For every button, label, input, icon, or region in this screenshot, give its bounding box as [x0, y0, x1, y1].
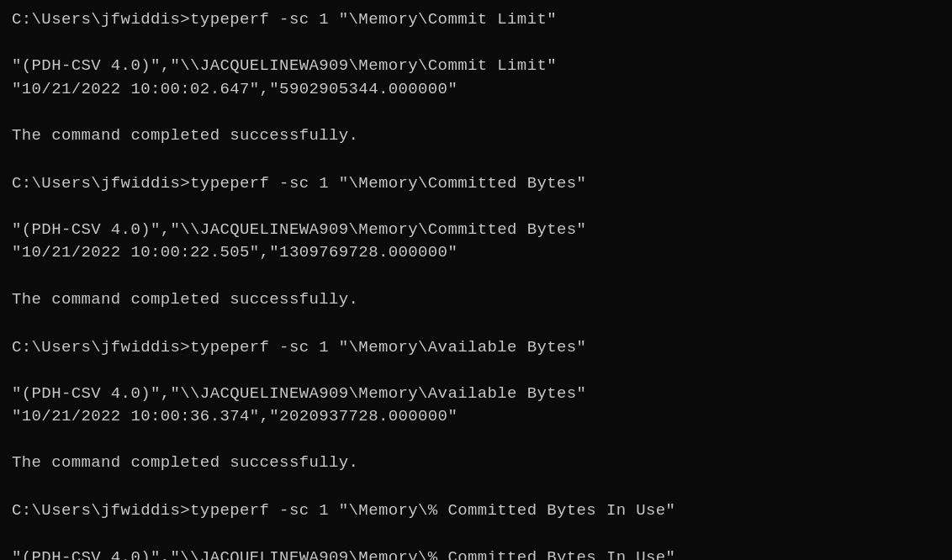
terminal-line: C:\Users\jfwiddis>typeperf -sc 1 "\Memor… — [12, 336, 940, 360]
blank-line — [12, 265, 940, 288]
terminal-line: "10/21/2022 10:00:02.647","5902905344.00… — [12, 78, 940, 102]
terminal-line: The command completed successfully. — [12, 124, 940, 148]
blank-line — [12, 311, 940, 335]
blank-line — [12, 429, 940, 452]
terminal-block: C:\Users\jfwiddis>typeperf -sc 1 "\Memor… — [12, 8, 940, 171]
terminal-line: "(PDH-CSV 4.0)","\\JACQUELINEWA909\Memor… — [12, 547, 940, 560]
blank-line — [12, 147, 940, 171]
terminal-line: C:\Users\jfwiddis>typeperf -sc 1 "\Memor… — [12, 499, 940, 523]
blank-line — [12, 359, 940, 383]
terminal-line: C:\Users\jfwiddis>typeperf -sc 1 "\Memor… — [12, 172, 940, 196]
terminal-line: "(PDH-CSV 4.0)","\\JACQUELINEWA909\Memor… — [12, 219, 940, 242]
terminal-line: "(PDH-CSV 4.0)","\\JACQUELINEWA909\Memor… — [12, 383, 940, 406]
terminal-block: C:\Users\jfwiddis>typeperf -sc 1 "\Memor… — [12, 172, 940, 335]
blank-line — [12, 523, 940, 547]
terminal-line: "10/21/2022 10:00:22.505","1309769728.00… — [12, 241, 940, 265]
blank-line — [12, 195, 940, 219]
blank-line — [12, 32, 940, 55]
terminal-block: C:\Users\jfwiddis>typeperf -sc 1 "\Memor… — [12, 336, 940, 499]
terminal-line: The command completed successfully. — [12, 452, 940, 475]
terminal-line: "10/21/2022 10:00:36.374","2020937728.00… — [12, 405, 940, 429]
terminal-block: C:\Users\jfwiddis>typeperf -sc 1 "\Memor… — [12, 499, 940, 560]
blank-line — [12, 101, 940, 124]
terminal-line: C:\Users\jfwiddis>typeperf -sc 1 "\Memor… — [12, 8, 940, 32]
terminal-line: The command completed successfully. — [12, 288, 940, 312]
terminal-line: "(PDH-CSV 4.0)","\\JACQUELINEWA909\Memor… — [12, 55, 940, 78]
terminal-window: C:\Users\jfwiddis>typeperf -sc 1 "\Memor… — [12, 8, 940, 560]
blank-line — [12, 475, 940, 499]
